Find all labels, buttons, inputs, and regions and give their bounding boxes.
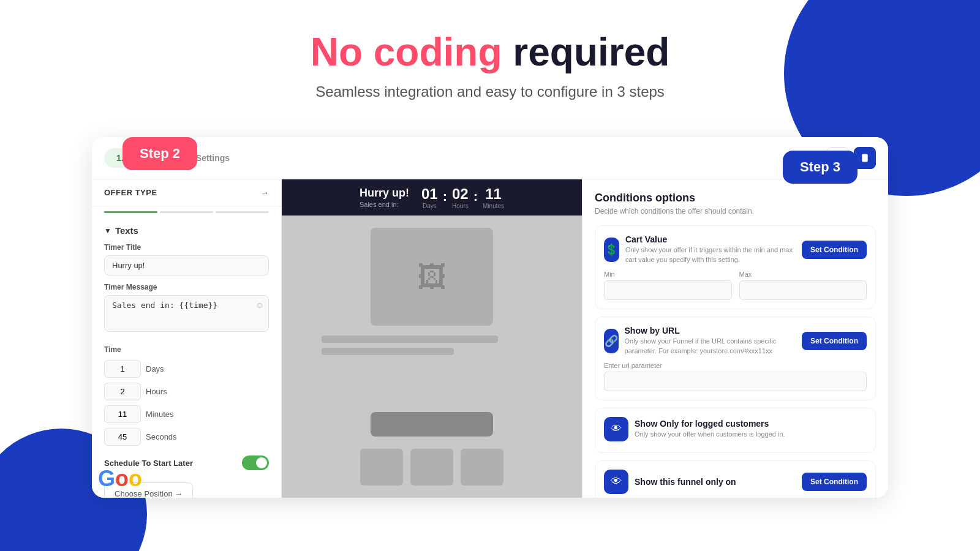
preview-content: 🖼: [282, 216, 582, 372]
offer-type-label: OFFER TYPE: [104, 188, 157, 197]
preview-line-1: [322, 335, 498, 343]
timer-message-label: Timer Message: [104, 283, 269, 291]
preview-text-lines: [322, 335, 542, 360]
preview-thumbnails: [360, 449, 503, 485]
cart-value-set-btn[interactable]: Set Condition: [802, 241, 867, 259]
progress-dot-3: [216, 211, 269, 213]
logged-customers-desc: Only show your offer when customers is l…: [635, 430, 785, 439]
timer-message-group: Timer Message ☺: [92, 283, 281, 342]
logged-customers-text: Show Only for logged customers Only show…: [635, 419, 785, 439]
step2-badge: Step 2: [123, 137, 197, 170]
cart-value-header: 💲 Cart Value Only show your offer if it …: [604, 234, 867, 264]
url-input[interactable]: [604, 372, 867, 391]
timer-title-input[interactable]: [104, 255, 269, 276]
preview-image-placeholder: 🖼: [371, 228, 493, 326]
timer-colon-2: :: [473, 189, 478, 204]
time-seconds-row: Seconds: [92, 425, 281, 448]
cart-min-input[interactable]: [604, 280, 732, 300]
preview-area: Hurry up! Sales end in: 01 Days : 02: [282, 179, 582, 498]
time-label: Time: [92, 342, 281, 358]
timer-minutes-unit: 11 Minutes: [483, 186, 504, 209]
time-hours-input[interactable]: [104, 383, 141, 400]
logged-customers-card: 👁 Show Only for logged customers Only sh…: [595, 408, 876, 453]
funnel-only-icon-title: 👁 Show this funnel only on: [604, 470, 736, 494]
url-label: Enter url parameter: [604, 362, 867, 369]
funnel-only-text: Show this funnel only on: [635, 477, 736, 487]
show-by-url-title: Show by URL: [625, 326, 802, 335]
show-by-url-text: Show by URL Only show your Funnel if the…: [625, 326, 802, 356]
preview-cta-btn: [371, 412, 493, 437]
time-minutes-row: Minutes: [92, 403, 281, 425]
show-by-url-desc: Only show your Funnel if the URL contain…: [625, 337, 802, 356]
time-hours-row: Hours: [92, 380, 281, 403]
time-minutes-unit: Minutes: [146, 410, 269, 419]
conditions-title: Conditions options: [595, 192, 876, 204]
time-days-row: Days: [92, 358, 281, 380]
timer-days-number: 01: [421, 186, 438, 203]
timer-text-group: Hurry up! Sales end in:: [360, 187, 409, 208]
cart-value-icon-title: 💲 Cart Value Only show your offer if it …: [604, 234, 802, 264]
offer-type-arrow: →: [261, 188, 270, 197]
google-logo: G o o: [98, 466, 142, 492]
funnel-only-header: 👁 Show this funnel only on Set Condition: [604, 470, 867, 494]
timer-days-unit: 01 Days: [421, 186, 438, 209]
timer-title-label: Timer Title: [104, 243, 269, 252]
title-normal: required: [502, 30, 670, 74]
show-by-url-card: 🔗 Show by URL Only show your Funnel if t…: [595, 317, 876, 400]
offer-type-header: OFFER TYPE →: [92, 179, 281, 206]
time-minutes-input[interactable]: [104, 405, 141, 423]
cart-max-field: Max: [739, 271, 867, 300]
timer-bar: Hurry up! Sales end in: 01 Days : 02: [282, 179, 582, 216]
progress-dot-2: [160, 211, 213, 213]
page-header: No coding required Seamless integration …: [0, 0, 980, 100]
timer-minutes-number: 11: [483, 186, 504, 203]
texts-section-header[interactable]: ▼ Texts: [92, 218, 281, 243]
cart-min-label: Min: [604, 271, 732, 278]
schedule-toggle[interactable]: [242, 455, 269, 470]
show-by-url-header: 🔗 Show by URL Only show your Funnel if t…: [604, 326, 867, 356]
timer-message-input[interactable]: [104, 295, 269, 332]
cart-value-card: 💲 Cart Value Only show your offer if it …: [595, 225, 876, 309]
page-title: No coding required: [0, 31, 980, 73]
tab-bar: 1. Design 2. Settings: [92, 137, 888, 179]
funnel-only-card: 👁 Show this funnel only on Set Condition…: [595, 460, 876, 498]
logged-customers-icon: 👁: [604, 417, 628, 441]
logged-customers-icon-title: 👁 Show Only for logged customers Only sh…: [604, 417, 785, 441]
step3-badge: Step 3: [783, 151, 858, 184]
content-area: OFFER TYPE → ▼ Texts Timer Title: [92, 179, 888, 498]
offer-progress: [92, 206, 281, 218]
cart-value-icon: 💲: [604, 238, 619, 262]
right-panel: Conditions options Decide which conditio…: [582, 179, 888, 498]
timer-colon-1: :: [443, 189, 447, 204]
time-seconds-unit: Seconds: [146, 432, 269, 441]
texts-label: Texts: [115, 225, 138, 236]
funnel-only-set-btn[interactable]: Set Condition: [802, 473, 867, 491]
cart-value-title: Cart Value: [625, 234, 802, 244]
timer-message-wrapper: ☺: [104, 295, 269, 334]
left-panel: OFFER TYPE → ▼ Texts Timer Title: [92, 179, 282, 498]
funnel-only-icon: 👁: [604, 470, 628, 494]
progress-dot-1: [104, 211, 157, 213]
cart-value-fields: Min Max: [604, 271, 867, 300]
timer-digits: 01 Days : 02 Hours : 11 Minutes: [421, 186, 504, 209]
main-content: Step 2 Step 3 1. Design 2. Settings: [0, 119, 980, 498]
show-by-url-icon-title: 🔗 Show by URL Only show your Funnel if t…: [604, 326, 802, 356]
logged-customers-header: 👁 Show Only for logged customers Only sh…: [604, 417, 867, 441]
time-hours-unit: Hours: [146, 387, 269, 396]
timer-subtitle-display: Sales end in:: [360, 201, 409, 208]
time-days-input[interactable]: [104, 360, 141, 378]
cart-max-input[interactable]: [739, 280, 867, 300]
timer-minutes-label: Minutes: [483, 203, 504, 209]
texts-arrow-icon: ▼: [104, 227, 111, 235]
show-by-url-set-btn[interactable]: Set Condition: [802, 332, 867, 350]
time-seconds-input[interactable]: [104, 428, 141, 446]
funnel-only-title: Show this funnel only on: [635, 477, 736, 487]
ui-panel-container: Step 2 Step 3 1. Design 2. Settings: [92, 137, 888, 498]
timer-hours-label: Hours: [452, 203, 469, 209]
cart-value-desc: Only show your offer if it triggers with…: [625, 246, 802, 264]
ui-card: 1. Design 2. Settings: [92, 137, 888, 498]
page-subtitle: Seamless integration and easy to configu…: [0, 83, 980, 100]
cart-max-label: Max: [739, 271, 867, 278]
url-field-group: Enter url parameter: [604, 362, 867, 391]
svg-point-4: [864, 160, 865, 160]
